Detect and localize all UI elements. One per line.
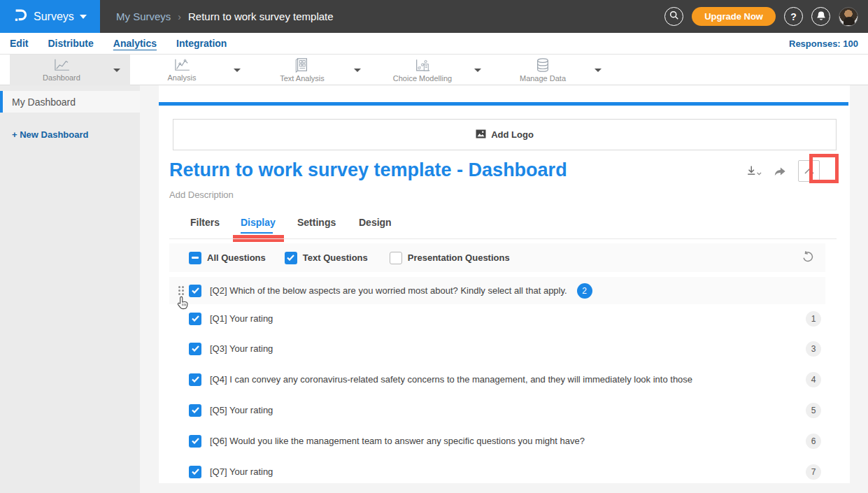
bell-icon: [816, 10, 826, 23]
filter-text-questions: Text Questions: [285, 252, 368, 264]
nav-integration[interactable]: Integration: [176, 38, 227, 49]
share-button[interactable]: [773, 165, 787, 178]
question-order-badge: 3: [806, 341, 821, 357]
question-text: [Q6] Would you like the management team …: [210, 436, 585, 446]
breadcrumb-my-surveys[interactable]: My Surveys: [116, 10, 171, 22]
bottom-strip: [140, 483, 868, 493]
breadcrumb: My Surveys › Return to work survey templ…: [116, 0, 334, 33]
user-avatar[interactable]: [839, 7, 858, 27]
add-logo-button[interactable]: Add Logo: [173, 119, 837, 150]
question-checkbox[interactable]: [189, 404, 201, 417]
image-icon: [476, 129, 486, 141]
drag-handle-icon[interactable]: [178, 286, 184, 295]
tool-label: Choice Modelling: [393, 74, 452, 83]
filter-label[interactable]: Presentation Questions: [408, 252, 510, 263]
card-top-accent: [159, 102, 848, 106]
question-order-badge: 6: [806, 434, 821, 449]
text-questions-checkbox[interactable]: [285, 252, 297, 264]
tool-choice-modelling[interactable]: Choice Modelling: [371, 55, 491, 85]
question-text: [Q3] Your rating: [210, 343, 273, 354]
tab-settings[interactable]: Settings: [297, 217, 336, 228]
notifications-button[interactable]: [811, 7, 830, 26]
dashboard-sidebar: My Dashboard + New Dashboard: [0, 85, 140, 493]
chevron-down-icon[interactable]: [474, 69, 481, 72]
add-logo-label: Add Logo: [491, 129, 534, 140]
new-dashboard-button[interactable]: + New Dashboard: [12, 129, 140, 140]
question-row[interactable]: [Q6] Would you like the management team …: [169, 427, 825, 455]
active-tab-underline: [241, 232, 273, 234]
app-switcher[interactable]: Surveys: [0, 0, 100, 33]
question-text: [Q4] I can convey any coronavirus-relate…: [210, 374, 692, 385]
tab-design[interactable]: Design: [359, 217, 392, 228]
filter-label[interactable]: All Questions: [207, 252, 266, 263]
chevron-down-icon[interactable]: [354, 69, 361, 72]
question-row[interactable]: [Q5] Your rating 5: [169, 396, 825, 424]
text-report-icon: [294, 57, 310, 73]
questionpro-logo-icon: [13, 7, 28, 27]
nav-distribute[interactable]: Distribute: [48, 38, 93, 49]
question-text: [Q2] Which of the below aspects are you …: [210, 285, 567, 296]
chevron-down-icon[interactable]: [113, 69, 120, 72]
chevron-down-icon: [80, 15, 87, 19]
question-row[interactable]: [Q1] Your rating 1: [169, 305, 825, 332]
top-header-bar: Surveys My Surveys › Return to work surv…: [0, 0, 868, 33]
question-checkbox[interactable]: [189, 285, 201, 297]
question-order-badge: 2: [577, 283, 592, 299]
question-checkbox[interactable]: [189, 373, 201, 386]
chevron-down-icon[interactable]: [234, 69, 241, 72]
tool-manage-data[interactable]: Manage Data: [491, 55, 611, 85]
presentation-questions-checkbox[interactable]: [390, 252, 402, 264]
tool-label: Text Analysis: [280, 74, 325, 83]
breadcrumb-current-survey: Return to work survey template: [188, 10, 334, 22]
question-checkbox[interactable]: [189, 435, 201, 448]
search-icon: [669, 10, 679, 22]
collapse-button[interactable]: [798, 160, 820, 182]
filter-label[interactable]: Text Questions: [303, 252, 368, 263]
tool-label: Analysis: [168, 73, 197, 82]
tab-display[interactable]: Display: [241, 217, 276, 228]
question-row[interactable]: [Q7] Your rating 7: [169, 458, 825, 483]
nav-analytics[interactable]: Analytics: [113, 38, 157, 49]
add-description[interactable]: Add Description: [169, 190, 234, 200]
tab-filters[interactable]: Filters: [190, 217, 220, 228]
responses-count[interactable]: Responses: 100: [789, 38, 858, 49]
sidebar-item-label: My Dashboard: [12, 97, 76, 108]
all-questions-checkbox[interactable]: [189, 252, 201, 264]
question-filter-row: All Questions Text Questions Presentatio…: [169, 243, 825, 272]
tool-text-analysis[interactable]: Text Analysis: [250, 55, 371, 85]
breadcrumb-separator: ›: [178, 11, 181, 22]
analytics-toolbar: Dashboard Analysis Text Analysis: [0, 55, 868, 85]
question-row[interactable]: [Q2] Which of the below aspects are you …: [169, 277, 825, 304]
question-row[interactable]: [Q4] I can convey any coronavirus-relate…: [169, 366, 825, 393]
tool-label: Manage Data: [520, 74, 566, 83]
download-button[interactable]: [745, 164, 762, 178]
sidebar-item-my-dashboard[interactable]: My Dashboard: [0, 91, 140, 113]
nav-edit[interactable]: Edit: [10, 38, 28, 49]
tool-dashboard[interactable]: Dashboard: [10, 55, 130, 85]
question-checkbox[interactable]: [189, 343, 201, 355]
app-window: Surveys My Surveys › Return to work surv…: [0, 0, 868, 493]
question-row[interactable]: [Q3] Your rating 3: [169, 335, 825, 362]
title-actions: [745, 160, 820, 182]
question-checkbox[interactable]: [189, 313, 201, 325]
question-order-badge: 1: [806, 311, 821, 327]
reset-order-button[interactable]: [802, 250, 814, 266]
search-button[interactable]: [664, 7, 683, 26]
database-icon: [535, 57, 550, 73]
chevron-down-icon[interactable]: [595, 69, 602, 72]
question-checkbox[interactable]: [189, 466, 201, 478]
question-text: [Q1] Your rating: [210, 313, 273, 324]
help-button[interactable]: ?: [784, 7, 803, 26]
tool-analysis[interactable]: Analysis: [130, 55, 250, 85]
main-content: Add Logo Return to work survey template …: [140, 85, 868, 493]
question-text: [Q5] Your rating: [210, 405, 273, 415]
dashboard-card: Add Logo Return to work survey template …: [159, 85, 850, 483]
trend-chart-icon: [173, 58, 191, 72]
upgrade-now-button[interactable]: Upgrade Now: [692, 7, 776, 26]
question-order-badge: 5: [806, 403, 821, 418]
dashboard-title[interactable]: Return to work survey template - Dashboa…: [169, 159, 567, 181]
scatter-chart-icon: [414, 58, 431, 73]
survey-nav: Edit Distribute Analytics Integration Re…: [0, 33, 868, 55]
line-chart-icon: [52, 58, 71, 72]
question-text: [Q7] Your rating: [210, 466, 273, 477]
